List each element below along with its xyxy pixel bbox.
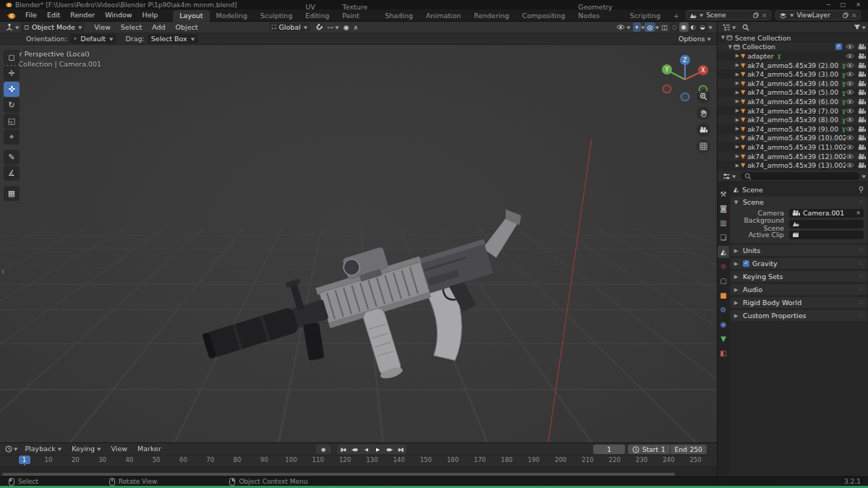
tab-object-icon[interactable]: ■ — [718, 289, 729, 301]
disclosure-closed-icon[interactable]: ▶ — [734, 117, 741, 123]
gizmo-dropdown[interactable]: ▼ — [641, 25, 644, 29]
minimize-icon[interactable]: ─ — [827, 1, 830, 8]
outliner-row[interactable]: ▶▼ak74_ammo5.45x39 (5).002ɣ — [718, 88, 868, 98]
custom-properties-panel[interactable]: ▶Custom Properties∷ — [731, 310, 867, 321]
jump-to-start-button[interactable]: ▮◀ — [337, 445, 349, 454]
hide-viewport-icon[interactable] — [846, 43, 854, 50]
disable-render-icon[interactable] — [858, 71, 866, 77]
tool-select-box-icon[interactable]: ◻ — [4, 50, 20, 65]
collection-checkbox[interactable]: ✓ — [835, 43, 842, 50]
tool-transform-icon[interactable]: ⌖ — [4, 129, 20, 145]
viewport-3d[interactable]: User Perspective (Local) (1) Collection … — [0, 45, 717, 442]
disclosure-closed-icon[interactable]: ▶ — [734, 80, 741, 86]
viewlayer-selector[interactable]: ▼ ViewLayer ✕ — [775, 10, 861, 20]
rigid-body-world-panel[interactable]: ▶Rigid Body World∷ — [731, 297, 867, 308]
workspace-tab-layout[interactable]: Layout — [173, 10, 209, 22]
next-keyframe-button[interactable]: ◆▶ — [383, 445, 395, 454]
tab-physics-icon[interactable]: ◉ — [718, 318, 729, 330]
drag-setting-dropdown[interactable]: Select Box ▼ — [148, 34, 198, 43]
editor-type-outliner-icon[interactable]: ▼ — [720, 22, 738, 32]
zoom-button[interactable] — [697, 90, 710, 103]
active-clip-field[interactable] — [789, 231, 864, 239]
hide-viewport-icon[interactable] — [846, 89, 854, 95]
shading-rendered-icon[interactable]: ◒ — [698, 22, 707, 32]
disclosure-open-icon[interactable]: ▼ — [720, 35, 726, 40]
tab-view-layer-icon[interactable]: ❏ — [718, 231, 729, 244]
playhead[interactable]: 1 — [19, 455, 30, 464]
audio-panel[interactable]: ▶Audio∷ — [731, 284, 867, 295]
toggle-xray-icon[interactable]: ◫ — [659, 22, 670, 32]
hide-viewport-icon[interactable] — [846, 80, 854, 87]
camera-view-button[interactable] — [697, 123, 710, 137]
new-scene-icon[interactable] — [753, 12, 759, 18]
units-panel[interactable]: ▶Units∷ — [731, 245, 867, 256]
timeline-menu-marker[interactable]: Marker — [132, 443, 166, 455]
jump-to-end-button[interactable]: ▶▮ — [395, 445, 407, 454]
panel-header[interactable]: ▶Units∷ — [731, 245, 867, 256]
disclosure-closed-icon[interactable]: ▶ — [734, 144, 741, 150]
menu-window[interactable]: Window — [100, 9, 137, 21]
disclosure-closed-icon[interactable]: ▶ — [734, 153, 741, 159]
pin-icon[interactable] — [858, 186, 864, 194]
outliner-filter-icon[interactable] — [854, 24, 861, 30]
outliner-row[interactable]: ▶▼ak74_ammo5.45x39 (9).002ɣ — [718, 124, 868, 134]
show-overlays-icon[interactable]: ◎ — [644, 22, 655, 32]
outliner-row[interactable]: ▶▼ak74_ammo5.45x39 (2).002ɣ — [718, 61, 868, 70]
workspace-tab-compositing[interactable]: Compositing — [516, 10, 572, 22]
tool-scale-icon[interactable]: ◱ — [4, 114, 20, 129]
disclosure-closed-icon[interactable]: ▶ — [734, 163, 741, 168]
tab-tool-icon[interactable]: ⚒ — [718, 188, 729, 200]
panel-header[interactable]: ▶Custom Properties∷ — [731, 310, 867, 321]
disable-render-icon[interactable] — [858, 162, 866, 168]
options-dropdown[interactable]: Options ▼ — [678, 35, 711, 43]
tab-world-icon[interactable]: ⊕ — [718, 260, 729, 273]
hide-viewport-icon[interactable] — [846, 53, 854, 59]
hide-viewport-icon[interactable] — [846, 108, 854, 114]
proportional-falloff-icon[interactable]: ∧ — [351, 22, 360, 32]
shading-dropdown[interactable]: ▼ — [709, 25, 712, 29]
tool-rotate-icon[interactable]: ↻ — [4, 98, 20, 113]
outliner-row[interactable]: ▶▼ak74_ammo5.45x39 (10).002 — [718, 134, 868, 143]
tool-annotate-icon[interactable]: ✎ — [4, 150, 20, 165]
disclosure-open-icon[interactable]: ▼ — [727, 44, 733, 50]
panel-header[interactable]: ▶Rigid Body World∷ — [731, 297, 867, 308]
disable-render-icon[interactable] — [858, 153, 866, 160]
snap-toggle-icon[interactable] — [313, 22, 325, 32]
scene-selector[interactable]: ▼ Scene ✕ — [686, 10, 771, 20]
outliner-row[interactable]: ▶▼ak74_ammo5.45x39 (8).002ɣ — [718, 115, 868, 124]
workspace-tab-modeling[interactable]: Modeling — [210, 10, 254, 22]
disclosure-closed-icon[interactable]: ▶ — [734, 135, 741, 141]
disable-render-icon[interactable] — [858, 108, 866, 114]
viewport-menu-object[interactable]: Object — [171, 22, 203, 33]
menu-edit[interactable]: Edit — [42, 9, 65, 21]
show-gizmo-icon[interactable]: ⌖ — [633, 22, 641, 32]
outliner-row[interactable]: ▶▼ak74_ammo5.45x39 (12).002 — [718, 152, 868, 161]
disable-render-icon[interactable] — [858, 53, 866, 59]
workspace-tab-scripting[interactable]: Scripting — [624, 10, 667, 22]
tab-scene-icon[interactable]: ◭ — [718, 246, 729, 258]
properties-search-input[interactable] — [741, 172, 859, 180]
hide-viewport-icon[interactable] — [846, 153, 854, 160]
viewport-menu-add[interactable]: Add — [147, 22, 170, 33]
disclosure-closed-icon[interactable]: ▶ — [734, 98, 741, 104]
tab-output-icon[interactable]: ▥ — [718, 217, 729, 229]
workspace-tab-uv-editing[interactable]: UV Editing — [299, 1, 336, 22]
outliner-row[interactable]: ▶▼ak74_ammo5.45x39 (4).002ɣ — [718, 79, 868, 88]
disclosure-closed-icon[interactable]: ▶ — [734, 53, 741, 59]
overlays-dropdown[interactable]: ▼ — [655, 25, 659, 29]
mode-dropdown[interactable]: ◻ Object Mode ▼ — [21, 22, 85, 32]
panel-header[interactable]: ▶✓Gravity∷ — [731, 258, 867, 269]
maximize-icon[interactable]: □ — [841, 1, 846, 8]
outliner-search-icon[interactable] — [742, 24, 749, 31]
disclosure-closed-icon[interactable]: ▶ — [734, 62, 741, 68]
new-viewlayer-icon[interactable] — [843, 12, 848, 18]
menu-help[interactable]: Help — [137, 9, 163, 21]
timeline-menu-playback[interactable]: Playback▼ — [20, 443, 67, 455]
tab-object-data-icon[interactable]: ▼ — [718, 333, 729, 345]
editor-type-properties-icon[interactable]: ▼ — [720, 171, 738, 181]
background-scene-field[interactable] — [789, 220, 864, 228]
tab-render-icon[interactable]: ◙ — [718, 202, 729, 215]
tool-move-icon[interactable]: ✜ — [4, 82, 20, 97]
outliner-row[interactable]: ▶▼adapterɣ — [718, 51, 868, 61]
blender-logo-icon[interactable] — [6, 12, 16, 20]
